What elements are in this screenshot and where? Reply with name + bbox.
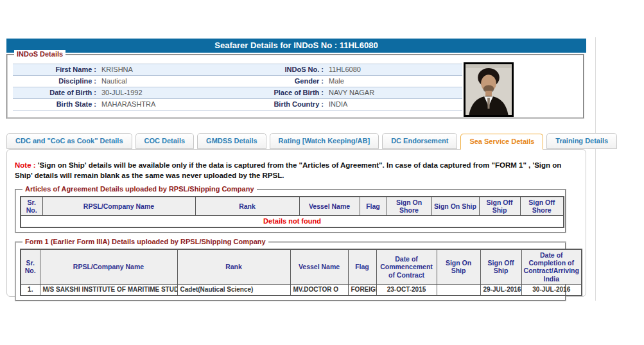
table-cell: M/S SAKSHI INSTITUTE OF MARITIME STUDIES… bbox=[40, 284, 177, 296]
portrait-graphic bbox=[466, 64, 512, 115]
form1-section: Form 1 (Earlier Form IIIA) Details uploa… bbox=[15, 242, 566, 301]
indos-legend: INDoS Details bbox=[14, 50, 65, 58]
indos-details-section: INDoS Details First Name :KRISHNAINDoS N… bbox=[6, 54, 584, 119]
table-cell bbox=[437, 284, 480, 296]
field-value: Nautical bbox=[96, 76, 234, 87]
column-header: Flag bbox=[348, 249, 376, 284]
tab-gmdss-details[interactable]: GMDSS Details bbox=[197, 133, 266, 149]
column-header: RPSL/Company Name bbox=[42, 197, 195, 216]
column-header: Date of Completion of Contract/Arriving … bbox=[521, 249, 582, 284]
field-label: Date of Birth : bbox=[13, 87, 96, 98]
seafarer-photo bbox=[464, 62, 514, 117]
column-header: Rank bbox=[195, 197, 299, 216]
tab-sea-service-details[interactable]: Sea Service Details bbox=[460, 134, 543, 150]
column-header: Sign On Ship bbox=[437, 249, 480, 284]
column-header: Sr. No. bbox=[21, 197, 42, 216]
table-empty-row: Details not found bbox=[21, 216, 564, 228]
column-header: Vessel Name bbox=[299, 197, 360, 216]
column-header: RPSL/Company Name bbox=[40, 249, 177, 284]
field-value: MAHARASHTRA bbox=[96, 99, 234, 110]
page: Seafarer Details for INDoS No : 11HL6080… bbox=[0, 0, 644, 345]
tab-dc-endorsement[interactable]: DC Endorsement bbox=[382, 133, 457, 149]
empty-message: Details not found bbox=[21, 216, 564, 228]
table-row: 1.M/S SAKSHI INSTITUTE OF MARITIME STUDI… bbox=[21, 284, 582, 296]
table-cell: Cadet(Nautical Science) bbox=[177, 284, 290, 296]
tab-training-details[interactable]: Training Details bbox=[546, 133, 617, 149]
articles-section: Articles of Agreement Details uploaded b… bbox=[15, 189, 566, 233]
field-value: 30-JUL-1992 bbox=[96, 87, 234, 98]
field-value: Male bbox=[324, 76, 462, 87]
note-body: 'Sign on Ship' details will be available… bbox=[15, 161, 561, 179]
page-title: Seafarer Details for INDoS No : 11HL6080 bbox=[6, 39, 586, 53]
tab-cdc-and-coc-as-cook-details[interactable]: CDC and "CoC as Cook" Details bbox=[6, 133, 132, 149]
field-label: Gender : bbox=[234, 76, 324, 87]
table-cell: FOREIGN bbox=[348, 284, 376, 296]
field-label: Birth Country : bbox=[234, 99, 324, 110]
indos-row: Date of Birth :30-JUL-1992Place of Birth… bbox=[13, 87, 462, 99]
field-value: KRISHNA bbox=[96, 64, 234, 75]
column-header: Sr. No. bbox=[21, 249, 40, 284]
table-cell: 23-OCT-2015 bbox=[376, 284, 437, 296]
column-header: Vessel Name bbox=[290, 249, 348, 284]
form1-legend: Form 1 (Earlier Form IIIA) Details uploa… bbox=[22, 238, 268, 245]
table-cell: 30-JUL-2016 bbox=[521, 284, 582, 296]
indos-rows: First Name :KRISHNAINDoS No. :11HL6080Di… bbox=[13, 64, 462, 111]
articles-table: Sr. No.RPSL/Company NameRankVessel NameF… bbox=[20, 196, 564, 228]
note-text: Note : 'Sign on Ship' details will be av… bbox=[7, 150, 586, 181]
field-value: 11HL6080 bbox=[324, 64, 462, 75]
field-label: First Name : bbox=[13, 64, 96, 75]
column-header: Date of Commencement of Contract bbox=[376, 249, 437, 284]
field-label: Discipline : bbox=[13, 76, 96, 87]
indos-row: Discipline :NauticalGender :Male bbox=[13, 76, 462, 87]
column-header: Rank bbox=[177, 249, 290, 284]
articles-legend: Articles of Agreement Details uploaded b… bbox=[22, 185, 257, 193]
field-label: INDoS No. : bbox=[234, 64, 324, 75]
main-content: Seafarer Details for INDoS No : 11HL6080… bbox=[6, 39, 586, 297]
column-header: Sign Off Ship bbox=[480, 249, 521, 284]
table-cell: MV.DOCTOR O bbox=[290, 284, 348, 296]
table-cell: 1. bbox=[21, 284, 40, 296]
indos-row: Birth State :MAHARASHTRABirth Country :I… bbox=[13, 99, 462, 111]
table-cell: 29-JUL-2016 bbox=[480, 284, 521, 296]
column-header: Sign On Shore bbox=[387, 197, 431, 216]
column-header: Sign On Ship bbox=[431, 197, 479, 216]
tab-content-panel: Note : 'Sign on Ship' details will be av… bbox=[6, 149, 586, 297]
form1-table: Sr. No.RPSL/Company NameRankVessel NameF… bbox=[20, 249, 582, 296]
tab-rating-watch-keeping-ab[interactable]: Rating [Watch Keeping/AB] bbox=[270, 133, 379, 149]
table-header-row: Sr. No.RPSL/Company NameRankVessel NameF… bbox=[21, 197, 564, 216]
column-header: Flag bbox=[360, 197, 387, 216]
page-right-border bbox=[595, 37, 596, 301]
note-label: Note : bbox=[15, 161, 36, 169]
table-header-row: Sr. No.RPSL/Company NameRankVessel NameF… bbox=[21, 249, 582, 284]
field-label: Place of Birth : bbox=[234, 87, 324, 98]
tab-coc-details[interactable]: COC Details bbox=[135, 133, 195, 149]
column-header: Sign Off Ship bbox=[479, 197, 520, 216]
column-header: Sign Off Shore bbox=[520, 197, 564, 216]
field-value: INDIA bbox=[324, 99, 462, 110]
tabs-bar: CDC and "CoC as Cook" DetailsCOC Details… bbox=[6, 133, 586, 149]
field-value: NAVY NAGAR bbox=[324, 87, 462, 98]
indos-row: First Name :KRISHNAINDoS No. :11HL6080 bbox=[13, 64, 462, 76]
field-label: Birth State : bbox=[13, 99, 96, 110]
